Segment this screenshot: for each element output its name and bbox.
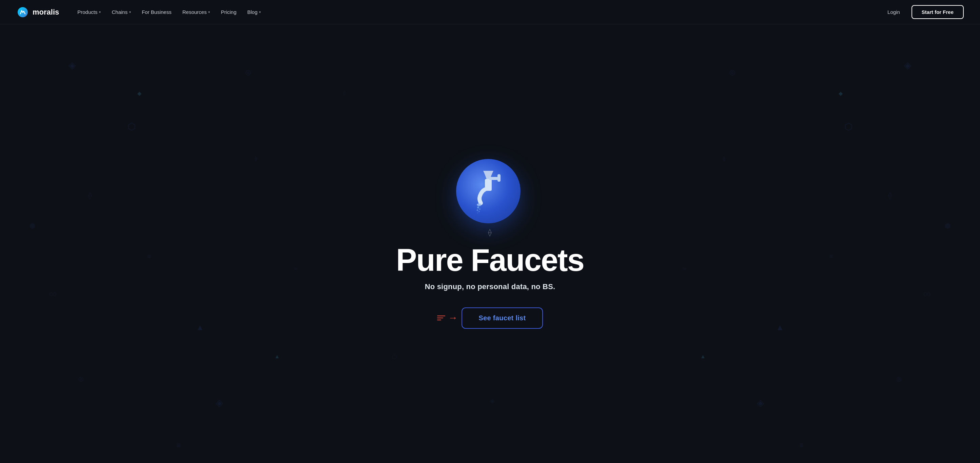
see-faucet-button[interactable]: See faucet list xyxy=(461,308,542,329)
arrow-lines xyxy=(437,316,445,320)
bg-icon-21: ▲ xyxy=(776,323,784,332)
bg-icon-30: ◎ xyxy=(729,68,735,76)
bg-icon-20: ∞ xyxy=(923,287,931,300)
bg-icon-24: ◆ xyxy=(838,90,843,97)
hero-title: Pure Faucets xyxy=(396,244,584,276)
svg-point-2 xyxy=(477,203,482,206)
bg-icon-15: ◎ xyxy=(245,68,251,76)
bg-icon-17: ⬡ xyxy=(844,121,853,132)
svg-point-9 xyxy=(480,207,480,208)
bg-icon-6: ▲ xyxy=(196,323,204,332)
chevron-down-icon: ▾ xyxy=(129,10,131,14)
side-gradient-right xyxy=(735,24,980,463)
bg-icon-10: ⬢ xyxy=(30,222,35,230)
bg-icon-26: ⟠ xyxy=(723,156,725,161)
bg-icon-4: ≡ xyxy=(147,252,151,260)
chevron-down-icon: ▾ xyxy=(208,10,210,14)
moralis-logo-icon xyxy=(16,6,29,19)
chevron-down-icon: ▾ xyxy=(259,10,261,14)
bg-icon-28: ▲ xyxy=(700,354,706,360)
bg-icon-3: ⟠ xyxy=(88,191,92,200)
nav-label-pricing: Pricing xyxy=(221,9,236,15)
bg-icon-25: ⬢ xyxy=(945,222,950,230)
nav-label-forbusiness: For Business xyxy=(142,9,172,15)
navbar: moralis Products ▾ Chains ▾ For Business xyxy=(0,0,980,24)
bg-icon-27: ≡ xyxy=(799,441,803,450)
bg-icon-5: ∞ xyxy=(49,287,57,300)
nav-item-pricing: Pricing xyxy=(216,6,241,17)
bg-icon-18: ⟠ xyxy=(888,191,892,200)
nav-label-resources: Resources xyxy=(183,9,207,15)
bg-icon-13: ▲ xyxy=(274,354,280,360)
logo-text: moralis xyxy=(33,8,59,17)
nav-item-products: Products ▾ xyxy=(73,6,105,17)
nav-item-forbusiness: For Business xyxy=(137,6,177,17)
cta-wrapper: → See faucet list xyxy=(437,308,542,329)
logo-link[interactable]: moralis xyxy=(16,6,59,19)
faucet-circle xyxy=(456,159,520,224)
arrow-indicator: → xyxy=(437,313,457,323)
bg-icon-31: ⬡ xyxy=(392,354,397,360)
svg-point-10 xyxy=(478,208,479,208)
bg-icon-23: ◈ xyxy=(757,397,764,408)
svg-point-6 xyxy=(479,211,480,212)
nav-link-products[interactable]: Products ▾ xyxy=(73,6,105,17)
eth-icon-below: ⟠ xyxy=(488,228,492,237)
bg-icon-33: ⟠ xyxy=(343,90,345,95)
start-for-free-button[interactable]: Start for Free xyxy=(912,5,964,19)
hero-subtitle: No signup, no personal data, no BS. xyxy=(425,282,555,291)
nav-item-blog: Blog ▾ xyxy=(242,6,266,17)
faucet-svg xyxy=(461,164,515,218)
bg-icon-19: ≡ xyxy=(829,252,833,260)
svg-point-5 xyxy=(476,209,478,211)
arrow-line-1 xyxy=(437,316,445,316)
nav-link-forbusiness[interactable]: For Business xyxy=(137,6,177,17)
arrow-line-2 xyxy=(437,317,443,318)
hero-content: ⟠ Pure Faucets No signup, no personal da… xyxy=(396,159,584,329)
bg-icon-32: ◈ xyxy=(490,397,495,405)
nav-right: Login Start for Free xyxy=(883,5,964,19)
bg-icon-16: ◈ xyxy=(904,60,912,71)
bg-icon-14: ∞ xyxy=(294,266,298,271)
bg-icon-29: ∞ xyxy=(682,266,686,271)
bg-icon-2: ⬡ xyxy=(127,121,136,132)
nav-label-blog: Blog xyxy=(247,9,258,15)
svg-rect-12 xyxy=(498,174,501,182)
side-gradient-left xyxy=(0,24,245,463)
chevron-down-icon: ▾ xyxy=(99,10,101,14)
nav-label-products: Products xyxy=(77,9,97,15)
faucet-illustration: ⟠ xyxy=(456,159,524,233)
bg-icon-1: ◈ xyxy=(68,60,76,71)
svg-point-7 xyxy=(477,212,478,213)
nav-left: moralis Products ▾ Chains ▾ For Business xyxy=(16,6,266,19)
nav-label-chains: Chains xyxy=(111,9,127,15)
bg-icon-11: ⟠ xyxy=(255,156,257,161)
nav-link-pricing[interactable]: Pricing xyxy=(216,6,241,17)
arrow-line-3 xyxy=(437,320,441,320)
bg-icon-7: ◎ xyxy=(78,375,84,383)
bg-icon-8: ◈ xyxy=(216,397,223,408)
nav-link-resources[interactable]: Resources ▾ xyxy=(178,6,215,17)
nav-link-blog[interactable]: Blog ▾ xyxy=(242,6,266,17)
login-link[interactable]: Login xyxy=(883,6,905,17)
nav-item-resources: Resources ▾ xyxy=(178,6,215,17)
bg-icon-9: ◆ xyxy=(137,90,142,97)
arrow-right-icon: → xyxy=(448,313,457,323)
svg-point-8 xyxy=(479,206,479,206)
nav-item-chains: Chains ▾ xyxy=(107,6,136,17)
bg-icon-22: ◎ xyxy=(896,375,902,383)
nav-link-chains[interactable]: Chains ▾ xyxy=(107,6,136,17)
nav-links: Products ▾ Chains ▾ For Business Resourc… xyxy=(73,6,266,17)
svg-point-4 xyxy=(479,208,480,210)
bg-icon-12: ≡ xyxy=(177,441,181,450)
hero-section: ◈ ⬡ ⟠ ≡ ∞ ▲ ◎ ◈ ◆ ⬢ ⟠ ≡ ▲ ∞ ◎ ◈ ⬡ ⟠ ≡ ∞ … xyxy=(0,24,980,463)
svg-rect-11 xyxy=(489,177,498,180)
